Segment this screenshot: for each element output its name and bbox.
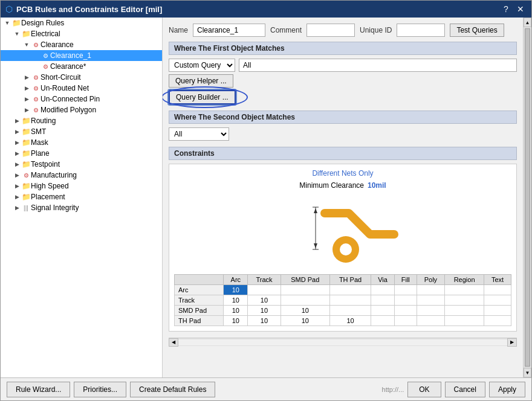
- name-input[interactable]: [193, 24, 265, 37]
- tree-label: Short-Circuit: [41, 73, 81, 82]
- rule-icon: ⚙: [41, 51, 50, 60]
- tree-label: Plane: [31, 149, 50, 158]
- cell-thpad-smdpad[interactable]: 10: [281, 316, 329, 326]
- tree-label: Clearance: [41, 40, 74, 49]
- cell-track-fill[interactable]: [394, 295, 417, 306]
- clearance-diagram: [276, 195, 409, 268]
- expand-icon: ▶: [13, 182, 21, 190]
- cell-arc-fill[interactable]: [394, 285, 417, 295]
- col-header-poly: Poly: [417, 275, 445, 285]
- cell-smdpad-via[interactable]: [371, 306, 395, 316]
- tree-label: Modified Polygon: [41, 106, 96, 114]
- expand-icon: ▶: [22, 84, 31, 92]
- help-button[interactable]: ?: [500, 3, 512, 15]
- cell-smdpad-text[interactable]: [484, 306, 511, 316]
- cell-arc-arc[interactable]: 10: [224, 285, 248, 295]
- cell-track-track[interactable]: 10: [248, 295, 281, 306]
- cell-arc-via[interactable]: [371, 285, 395, 295]
- tree-item-testpoint[interactable]: ▶ 📁 Testpoint: [1, 159, 162, 170]
- tree-item-un-routed-net[interactable]: ▶ ⚙ Un-Routed Net: [1, 83, 162, 94]
- cell-smdpad-fill[interactable]: [394, 306, 417, 316]
- cell-smdpad-arc[interactable]: 10: [224, 306, 248, 316]
- cell-arc-thpad[interactable]: [329, 285, 371, 295]
- query-type-select[interactable]: Custom Query: [169, 59, 235, 72]
- tree-item-signal-integrity[interactable]: ▶ ||| Signal Integrity: [1, 202, 162, 213]
- close-button[interactable]: ✕: [514, 3, 527, 15]
- tree-item-placement[interactable]: ▶ 📁 Placement: [1, 191, 162, 202]
- table-row: Arc 10: [175, 285, 511, 295]
- query-buttons-row: Query Helper ...: [169, 74, 517, 88]
- title-bar-controls: ? ✕: [500, 3, 527, 15]
- cell-thpad-region[interactable]: [445, 316, 484, 326]
- tree-item-clearance[interactable]: ▼ ⚙ Clearance: [1, 39, 162, 50]
- comment-input[interactable]: [307, 24, 355, 37]
- hscroll-left-btn[interactable]: ◀: [169, 338, 178, 347]
- cell-thpad-thpad[interactable]: 10: [329, 316, 371, 326]
- expand-icon: ▼: [13, 30, 21, 38]
- priorities-button[interactable]: Priorities...: [74, 382, 126, 397]
- ok-button[interactable]: OK: [407, 382, 441, 397]
- cell-smdpad-region[interactable]: [445, 306, 484, 316]
- cell-smdpad-smdpad[interactable]: 10: [281, 306, 329, 316]
- tree-item-high-speed[interactable]: ▶ 📁 High Speed: [1, 181, 162, 191]
- tree-item-un-connected-pin[interactable]: ▶ ⚙ Un-Connected Pin: [1, 94, 162, 104]
- cancel-button[interactable]: Cancel: [445, 382, 485, 397]
- folder-icon: 📁: [21, 29, 31, 39]
- tree-item-routing[interactable]: ▶ 📁 Routing: [1, 115, 162, 126]
- app-icon: ⬡: [5, 4, 13, 14]
- cell-thpad-text[interactable]: [484, 316, 511, 326]
- uid-input[interactable]: [397, 24, 445, 37]
- tree-label: Manufacturing: [31, 171, 77, 179]
- cell-track-arc[interactable]: 10: [224, 295, 248, 306]
- cell-track-smdpad[interactable]: [281, 295, 329, 306]
- scroll-down-btn[interactable]: ▼: [524, 368, 531, 377]
- hscroll-right-btn[interactable]: ▶: [507, 338, 517, 347]
- cell-arc-poly[interactable]: [417, 285, 445, 295]
- cell-thpad-poly[interactable]: [417, 316, 445, 326]
- constraints-header: Constraints: [169, 147, 517, 160]
- query-text-input[interactable]: [239, 59, 517, 72]
- cell-track-region[interactable]: [445, 295, 484, 306]
- tree-item-mask[interactable]: ▶ 📁 Mask: [1, 137, 162, 148]
- tree-item-clearance-1[interactable]: ⚙ Clearance_1: [1, 50, 162, 61]
- tree-item-short-circuit[interactable]: ▶ ⚙ Short-Circuit: [1, 72, 162, 83]
- cell-thpad-fill[interactable]: [394, 316, 417, 326]
- table-row: TH Pad 10 10 10 10: [175, 316, 511, 326]
- cell-smdpad-poly[interactable]: [417, 306, 445, 316]
- query-helper-button[interactable]: Query Helper ...: [169, 74, 233, 88]
- query-builder-button[interactable]: Query Builder ...: [169, 90, 236, 104]
- cell-thpad-track[interactable]: 10: [248, 316, 281, 326]
- tree-item-smt[interactable]: ▶ 📁 SMT: [1, 126, 162, 137]
- cell-track-poly[interactable]: [417, 295, 445, 306]
- cell-thpad-arc[interactable]: 10: [224, 316, 248, 326]
- tree-item-design-rules[interactable]: ▼ 📁 Design Rules: [1, 18, 162, 28]
- cell-arc-track[interactable]: [248, 285, 281, 295]
- cell-track-thpad[interactable]: [329, 295, 371, 306]
- cell-thpad-via[interactable]: [371, 316, 395, 326]
- tree-item-manufacturing[interactable]: ▶ ⚙ Manufacturing: [1, 170, 162, 181]
- tree-item-plane[interactable]: ▶ 📁 Plane: [1, 148, 162, 159]
- tree-item-modified-polygon[interactable]: ▶ ⚙ Modified Polygon: [1, 104, 162, 115]
- scroll-thumb[interactable]: [525, 28, 530, 367]
- query-type-row: Custom Query: [169, 59, 517, 72]
- cell-track-text[interactable]: [484, 295, 511, 306]
- cell-smdpad-track[interactable]: 10: [248, 306, 281, 316]
- test-queries-button[interactable]: Test Queries: [450, 24, 504, 37]
- cell-arc-smdpad[interactable]: [281, 285, 329, 295]
- tree-item-clearance-star[interactable]: ⚙ Clearance*: [1, 61, 162, 72]
- cell-smdpad-thpad[interactable]: [329, 306, 371, 316]
- hscroll-track[interactable]: [178, 339, 507, 345]
- second-query-select[interactable]: All: [169, 127, 229, 141]
- scroll-up-btn[interactable]: ▲: [524, 18, 531, 27]
- apply-button[interactable]: Apply: [489, 382, 525, 397]
- cell-track-via[interactable]: [371, 295, 395, 306]
- rule-icon: ⚙: [31, 72, 41, 82]
- tree-item-electrical[interactable]: ▼ 📁 Electrical: [1, 28, 162, 39]
- rule-wizard-button[interactable]: Rule Wizard...: [7, 382, 70, 397]
- bottom-panel: Rule Wizard... Priorities... Create Defa…: [1, 377, 531, 400]
- cell-arc-text[interactable]: [484, 285, 511, 295]
- expand-icon: ▶: [13, 193, 21, 201]
- cell-arc-region[interactable]: [445, 285, 484, 295]
- expand-icon: ▶: [22, 73, 31, 82]
- create-default-rules-button[interactable]: Create Default Rules: [130, 382, 215, 397]
